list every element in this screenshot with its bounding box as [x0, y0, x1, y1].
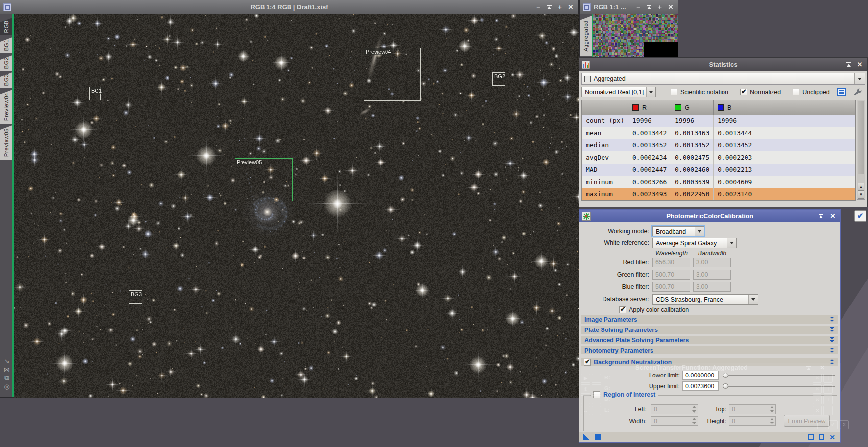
red-bandwidth-field[interactable]: 3.00 [693, 258, 731, 267]
region-of-interest-checkbox[interactable] [593, 391, 600, 398]
shade-icon[interactable] [645, 3, 653, 12]
scroll-up-icon[interactable]: ▲ [858, 183, 864, 191]
upper-limit-field[interactable]: 0.0023600 [682, 381, 719, 391]
normalized-option[interactable]: Normalized [740, 89, 781, 95]
zoom-icon[interactable]: + [555, 3, 564, 12]
apply-color-calibration-checkbox[interactable] [619, 306, 626, 313]
table-row[interactable]: median 0.0013452 0.0013452 0.0013452 [582, 139, 855, 151]
bg2-label: BG2 [493, 73, 506, 80]
pcc-titlebar[interactable]: PhotometricColorCalibration ✕ [579, 210, 840, 222]
roi-height-spinbox[interactable]: 0 [729, 416, 776, 426]
background-neutralization-checkbox[interactable] [584, 359, 591, 366]
bg-sample-box-2[interactable]: BG2 [492, 72, 505, 86]
white-reference-dropdown[interactable]: Average Spiral Galaxy [652, 238, 737, 248]
table-row-highlighted[interactable]: maximum 0.0023493 0.0022950 0.0023140 [582, 188, 855, 200]
section-photometry-parameters[interactable]: Photometry Parameters [581, 346, 838, 354]
upper-limit-slider[interactable] [723, 383, 835, 389]
duplicate-view-icon[interactable]: ⧉ [2, 374, 12, 382]
close-icon[interactable]: ✕ [828, 212, 837, 221]
tab-preview05[interactable]: Preview05 [0, 125, 12, 160]
bg1-label: BG1 [90, 87, 103, 94]
view-selector[interactable]: Aggregated [581, 73, 865, 85]
bg-sample-box-3[interactable]: BG3 [129, 290, 142, 304]
bg-sample-box-1[interactable]: BG1 [89, 87, 101, 100]
browse-documentation-icon[interactable] [819, 434, 824, 440]
section-advanced-plate-solving-parameters[interactable]: Advanced Plate Solving Parameters [581, 336, 838, 344]
text-view-icon[interactable] [837, 88, 846, 96]
header-filler [756, 100, 855, 115]
zoom-icon[interactable]: + [655, 3, 664, 12]
section-plate-solving-parameters[interactable]: Plate Solving Parameters [581, 326, 838, 334]
tab-preview04[interactable]: Preview04 [0, 90, 12, 124]
window-icon [3, 3, 11, 11]
fit-view-icon[interactable]: ⋈ [2, 366, 12, 373]
section-background-neutralization[interactable]: Background Neutralization [581, 358, 838, 366]
target-icon[interactable]: ◎ [2, 383, 12, 390]
close-icon[interactable]: ✕ [855, 60, 864, 69]
working-mode-dropdown[interactable]: Broadband [652, 226, 704, 236]
database-server-label: Database server: [579, 296, 649, 303]
table-row[interactable]: avgDev 0.0002434 0.0002475 0.0002203 [582, 151, 855, 164]
blue-wavelength-field[interactable]: 500.70 [652, 282, 690, 292]
table-row[interactable]: mean 0.0013442 0.0013463 0.0013444 [582, 127, 855, 139]
scroll-down-icon[interactable]: ▼ [858, 190, 864, 199]
table-row[interactable]: count (px) 19996 19996 19996 [582, 115, 855, 127]
apply-square-icon[interactable] [595, 434, 601, 440]
lower-limit-slider[interactable] [723, 372, 835, 378]
unclipped-option[interactable]: Unclipped [793, 89, 830, 95]
range-format-dropdown[interactable]: Normalized Real [0,1] [581, 87, 656, 97]
white-reference-label: White reference: [579, 239, 649, 246]
close-icon[interactable]: ✕ [566, 3, 575, 12]
table-scrollbar[interactable]: ▲ ▼ [857, 100, 865, 200]
tab-aggregated[interactable]: Aggregated [580, 16, 592, 56]
unclipped-checkbox[interactable] [793, 89, 799, 95]
scrollbar-thumb[interactable] [858, 101, 864, 174]
wrench-icon[interactable] [853, 88, 862, 96]
tab-bg3[interactable]: BG3 [0, 72, 12, 88]
chevron-down-icon[interactable] [854, 73, 865, 84]
shade-icon[interactable] [817, 212, 825, 221]
header-b[interactable]: B [714, 100, 756, 115]
slider-handle[interactable] [723, 383, 728, 389]
header-r[interactable]: R [628, 100, 671, 115]
starfield-image[interactable] [14, 14, 579, 398]
section-image-parameters[interactable]: Image Parameters [581, 315, 838, 324]
statistics-titlebar[interactable]: Statistics ✕ [579, 58, 867, 71]
green-wavelength-field[interactable]: 500.70 [652, 270, 690, 280]
resize-arrow-icon[interactable]: ↘ [2, 357, 12, 365]
tab-rgb[interactable]: RGB [0, 18, 12, 35]
scientific-notation-checkbox[interactable] [671, 89, 677, 95]
preview05-box[interactable]: Preview05 [235, 158, 293, 201]
red-wavelength-field[interactable]: 656.30 [652, 258, 690, 267]
apply-triangle-icon[interactable] [583, 434, 590, 440]
normalized-checkbox[interactable] [740, 89, 747, 95]
roi-top-spinbox[interactable]: 0 [729, 404, 776, 414]
green-bandwidth-field[interactable]: 3.00 [693, 270, 731, 280]
shade-icon[interactable] [844, 60, 853, 69]
tab-bg2[interactable]: BG2 [0, 55, 12, 71]
blue-bandwidth-field[interactable]: 3.00 [693, 282, 731, 292]
reset-icon[interactable]: ✕ [829, 434, 835, 440]
minimize-icon[interactable]: − [534, 3, 543, 12]
tab-bg1[interactable]: BG1 [0, 37, 12, 53]
main-window-titlebar[interactable]: RGB 1:4 RGB | Draft1.xisf − + ✕ [0, 0, 578, 14]
header-g[interactable]: G [671, 100, 714, 115]
photometric-color-calibration-dialog: PhotometricColorCalibration ✕ Working mo… [579, 209, 841, 443]
close-icon[interactable]: ✕ [666, 3, 675, 12]
table-row[interactable]: minimum 0.0003266 0.0003639 0.0004609 [582, 176, 855, 188]
ghost-checked-checkbox[interactable]: ✔ [854, 210, 866, 222]
slider-handle[interactable] [723, 373, 728, 378]
roi-width-label: Width: [599, 418, 647, 424]
statistics-table: R G B count (px) 19996 19996 19996 mean … [581, 100, 856, 201]
from-preview-button[interactable]: From Preview [784, 415, 830, 427]
scientific-notation-option[interactable]: Scientific notation [671, 89, 728, 95]
preview04-box[interactable]: Preview04 [364, 48, 421, 101]
database-server-dropdown[interactable]: CDS Strasbourg, France [652, 294, 758, 305]
apply-color-calibration-option[interactable]: Apply color calibration [619, 306, 689, 313]
table-row[interactable]: MAD 0.0002447 0.0002460 0.0002213 [582, 164, 855, 176]
lower-limit-field[interactable]: 0.0000000 [682, 371, 719, 380]
small-window-titlebar[interactable]: RGB 1:1 ... − + ✕ [580, 0, 678, 14]
new-instance-icon[interactable] [808, 434, 814, 440]
minimize-icon[interactable]: − [634, 3, 643, 12]
shade-icon[interactable] [545, 3, 554, 12]
